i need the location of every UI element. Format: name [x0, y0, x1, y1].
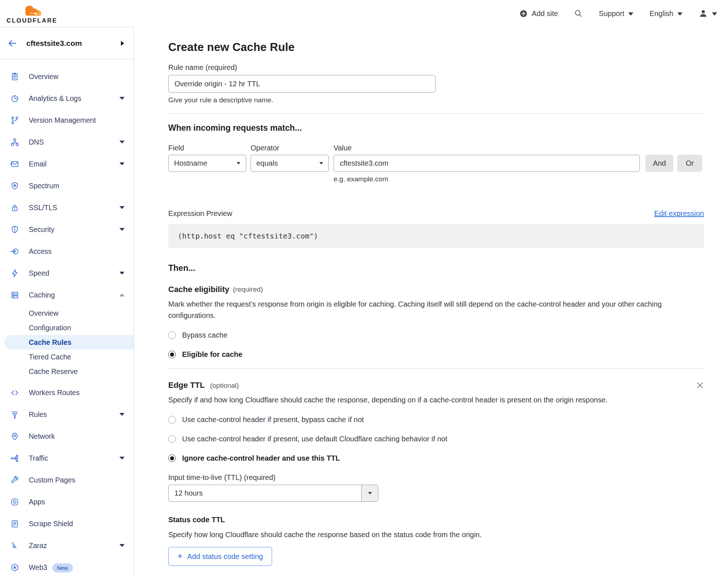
value-hint: e.g. example.com: [334, 175, 704, 183]
edge-ttl-options: Use cache-control header if present, byp…: [168, 414, 704, 463]
sidebar-item-ssl-tls[interactable]: SSL/TLS: [0, 197, 134, 218]
sidebar-item-label: Zaraz: [29, 541, 119, 550]
cloudflare-cloud-icon: [21, 4, 43, 18]
sidebar-item-analytics-logs[interactable]: Analytics & Logs: [0, 87, 134, 109]
overview-icon: [10, 72, 19, 81]
sidebar-subitem-configuration[interactable]: Configuration: [0, 320, 134, 335]
or-button[interactable]: Or: [677, 155, 702, 172]
chevron-down-icon: [119, 413, 125, 416]
sidebar-subitem-cache-reserve[interactable]: Cache Reserve: [0, 364, 134, 379]
edge-ttl-description: Specify if and how long Cloudflare shoul…: [168, 394, 645, 406]
sidebar-item-email[interactable]: Email: [0, 153, 134, 175]
field-select-value: Hostname: [174, 159, 207, 168]
and-button[interactable]: And: [645, 155, 673, 172]
chevron-down-icon: [119, 272, 125, 275]
chevron-down-icon: [119, 141, 125, 143]
sidebar-item-access[interactable]: Access: [0, 240, 134, 262]
close-edge-ttl-button[interactable]: [696, 381, 704, 389]
sidebar-subitem-overview[interactable]: Overview: [0, 306, 134, 320]
sidebar-item-rules[interactable]: Rules: [0, 403, 134, 425]
radio-button[interactable]: [168, 331, 176, 339]
edit-expression-link[interactable]: Edit expression: [654, 209, 704, 218]
support-menu[interactable]: Support: [599, 9, 633, 18]
sidebar-item-web3[interactable]: Web3New: [0, 556, 134, 575]
chevron-right-icon: [121, 41, 124, 46]
required-tag: (required): [233, 285, 263, 294]
radio-button-selected[interactable]: [168, 454, 176, 462]
rule-name-label: Rule name (required): [168, 63, 704, 72]
edge-ttl-option: Use cache-control header if present, byp…: [168, 414, 704, 425]
account-menu[interactable]: [699, 9, 717, 18]
ttl-select[interactable]: 12 hours: [168, 485, 378, 502]
sidebar-item-workers-routes[interactable]: Workers Routes: [0, 382, 134, 403]
field-select[interactable]: Hostname: [168, 155, 246, 172]
operator-select[interactable]: equals: [251, 155, 329, 172]
radio-label: Use cache-control header if present, use…: [182, 435, 447, 443]
sidebar-item-custom-pages[interactable]: Custom Pages: [0, 469, 134, 491]
sidebar-item-security[interactable]: Security: [0, 218, 134, 240]
ttl-select-value: 12 hours: [169, 485, 361, 501]
spectrum-icon: [10, 181, 19, 190]
chevron-down-icon: [712, 12, 717, 16]
apps-icon: [10, 497, 19, 507]
sidebar-item-scrape-shield[interactable]: Scrape Shield: [0, 513, 134, 535]
speed-icon: [10, 269, 19, 278]
site-switcher[interactable]: cftestsite3.com: [0, 27, 134, 59]
rule-name-hint: Give your rule a descriptive name.: [168, 96, 704, 104]
radio-button[interactable]: [168, 416, 176, 424]
chevron-down-icon: [119, 97, 125, 100]
sidebar-item-overview[interactable]: Overview: [0, 66, 134, 87]
sidebar-item-apps[interactable]: Apps: [0, 491, 134, 513]
chevron-down-icon: [119, 206, 125, 209]
sidebar-item-traffic[interactable]: Traffic: [0, 447, 134, 469]
radio-label: Bypass cache: [182, 331, 228, 339]
sidebar-item-dns[interactable]: DNS: [0, 131, 134, 153]
edge-ttl-heading: Edge TTL: [168, 381, 205, 390]
sidebar-subitem-tiered-cache[interactable]: Tiered Cache: [0, 350, 134, 364]
sidebar-item-label: Apps: [29, 498, 125, 506]
sidebar-item-network[interactable]: Network: [0, 425, 134, 447]
sidebar-item-label: Version Management: [29, 116, 125, 125]
analytics-icon: [10, 94, 19, 103]
add-status-code-label: Add status code setting: [187, 552, 263, 561]
cache-eligibility-heading: Cache eligibility: [168, 285, 229, 294]
edge-ttl-option: Use cache-control header if present, use…: [168, 434, 704, 444]
match-value-input[interactable]: [334, 155, 640, 172]
zaraz-icon: [10, 541, 19, 550]
language-label: English: [649, 9, 673, 18]
radio-button[interactable]: [168, 435, 176, 443]
back-arrow-icon[interactable]: [7, 38, 17, 48]
sidebar-item-label: SSL/TLS: [29, 204, 119, 212]
sidebar-item-label: Web3New: [29, 563, 125, 572]
sidebar-item-label: Security: [29, 225, 119, 234]
sidebar-item-zaraz[interactable]: Zaraz: [0, 535, 134, 556]
language-menu[interactable]: English: [649, 9, 682, 18]
optional-tag: (optional): [210, 382, 239, 389]
rule-name-input[interactable]: [168, 75, 436, 92]
logo-wordmark: CLOUDFLARE: [7, 17, 58, 24]
cloudflare-logo[interactable]: CLOUDFLARE: [7, 4, 58, 24]
email-icon: [10, 159, 19, 169]
radio-button-selected[interactable]: [168, 351, 176, 358]
ssl-tls-icon: [10, 203, 19, 212]
plus-icon: +: [177, 552, 182, 560]
sidebar-item-version-management[interactable]: Version Management: [0, 109, 134, 131]
radio-label: Eligible for cache: [182, 350, 243, 359]
chevron-up-icon: [119, 294, 125, 296]
section-divider: [168, 369, 704, 369]
expression-preview-box: (http.host eq "cftestsite3.com"): [168, 224, 704, 248]
sidebar-item-speed[interactable]: Speed: [0, 262, 134, 284]
sidebar-subitem-cache-rules[interactable]: Cache Rules: [4, 335, 134, 350]
sidebar-item-spectrum[interactable]: Spectrum: [0, 175, 134, 197]
sidebar: cftestsite3.com OverviewAnalytics & Logs…: [0, 27, 134, 575]
expression-code: (http.host eq "cftestsite3.com"): [178, 232, 318, 240]
sidebar-nav: OverviewAnalytics & LogsVersion Manageme…: [0, 59, 134, 575]
operator-select-value: equals: [256, 159, 278, 168]
add-site-button[interactable]: Add site: [519, 9, 558, 18]
sidebar-item-label: Custom Pages: [29, 476, 125, 484]
chevron-down-icon: [119, 228, 125, 231]
add-status-code-button[interactable]: + Add status code setting: [168, 547, 272, 566]
sidebar-item-caching[interactable]: Caching: [0, 284, 134, 306]
ttl-select-dropdown-button[interactable]: [361, 485, 378, 501]
search-button[interactable]: [574, 9, 583, 18]
